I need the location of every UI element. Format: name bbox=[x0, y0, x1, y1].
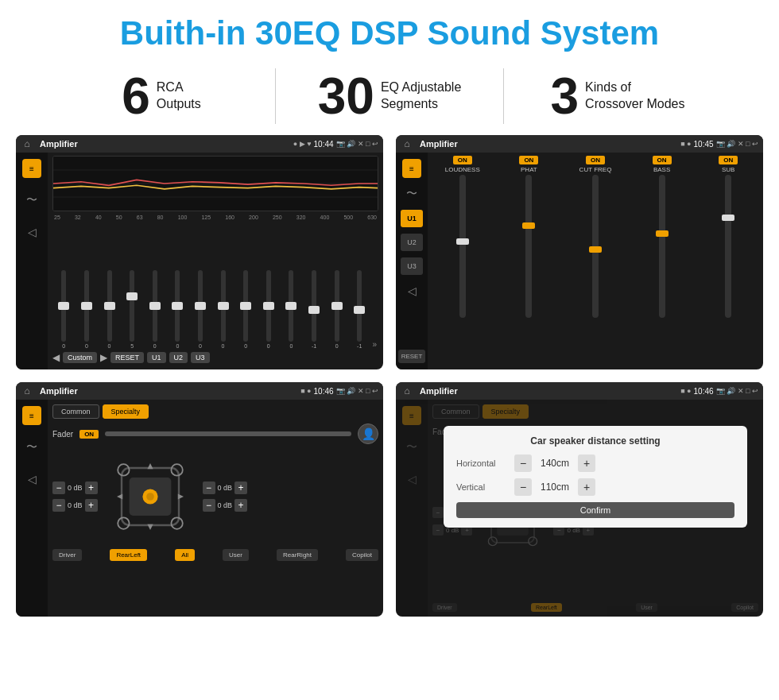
eq-active-icon[interactable]: ≡ bbox=[22, 159, 41, 178]
stat-eq-number: 30 bbox=[318, 71, 374, 122]
dsp-wave-icon[interactable]: 〜 bbox=[402, 184, 421, 203]
fader-speaker-icon[interactable]: ◁ bbox=[22, 470, 41, 489]
fader-rearright-btn[interactable]: RearRight bbox=[277, 549, 318, 561]
fader-time: 10:46 bbox=[314, 387, 334, 396]
fader-driver-btn[interactable]: Driver bbox=[52, 549, 82, 561]
fader-vol-right: − 0 dB + − 0 dB + bbox=[203, 481, 248, 512]
dsp-status-bar: ⌂ Amplifier ■ ● 10:45 📷 🔊 ✕ □ ↩ bbox=[396, 135, 763, 153]
dist-confirm-btn[interactable]: Confirm bbox=[456, 502, 734, 518]
dsp-reset-btn[interactable]: RESET bbox=[398, 350, 426, 363]
stat-rca-number: 6 bbox=[122, 71, 150, 122]
dist-horizontal-plus[interactable]: + bbox=[578, 454, 595, 472]
fader-bl-minus[interactable]: − bbox=[52, 499, 65, 512]
fader-tl-minus[interactable]: − bbox=[52, 481, 65, 494]
fader-rearleft-btn[interactable]: RearLeft bbox=[110, 549, 147, 561]
dist-home-icon[interactable]: ⌂ bbox=[401, 385, 413, 397]
dist-horizontal-label: Horizontal bbox=[456, 458, 508, 468]
dist-horizontal-stepper[interactable]: − 140cm + bbox=[514, 454, 595, 472]
dsp-loudness-on[interactable]: ON bbox=[453, 156, 472, 164]
dsp-loudness-label: LOUDNESS bbox=[445, 166, 480, 173]
dsp-channel-bass: ON BASS bbox=[630, 156, 694, 366]
stat-rca: 6 RCA Outputs bbox=[48, 71, 275, 122]
dsp-cutfreq-slider[interactable] bbox=[592, 175, 599, 366]
eq-speaker-icon[interactable]: ◁ bbox=[22, 222, 41, 242]
dsp-bass-slider[interactable] bbox=[659, 175, 665, 366]
fader-eq-icon[interactable]: ≡ bbox=[22, 406, 41, 425]
dsp-preset-u1[interactable]: U1 bbox=[401, 210, 423, 227]
fader-bl-value: 0 dB bbox=[68, 501, 83, 509]
dsp-home-icon[interactable]: ⌂ bbox=[401, 137, 413, 150]
eq-u2-btn[interactable]: U2 bbox=[169, 352, 188, 363]
eq-reset-btn[interactable]: RESET bbox=[110, 352, 144, 363]
dist-app-name: Amplifier bbox=[417, 386, 677, 396]
eq-status-bar: ⌂ Amplifier ● ▶ ♥ 10:44 📷 🔊 ✕ □ ↩ bbox=[16, 135, 383, 153]
fader-controls: Fader ON 👤 bbox=[52, 423, 378, 444]
fader-wave-icon[interactable]: 〜 bbox=[22, 438, 41, 457]
dist-horizontal-minus[interactable]: − bbox=[514, 454, 532, 472]
dsp-sub-label: SUB bbox=[722, 166, 734, 173]
dsp-sub-on[interactable]: ON bbox=[719, 156, 738, 164]
dsp-phat-on[interactable]: ON bbox=[519, 156, 538, 164]
fader-on-btn[interactable]: ON bbox=[79, 430, 99, 439]
eq-u1-btn[interactable]: U1 bbox=[147, 352, 166, 363]
dsp-loudness-slider[interactable] bbox=[459, 175, 466, 366]
fader-home-icon[interactable]: ⌂ bbox=[21, 385, 33, 397]
fader-status-bar: ⌂ Amplifier ■ ● 10:46 📷 🔊 ✕ □ ↩ bbox=[16, 382, 383, 400]
eq-preset-label: Custom bbox=[63, 352, 97, 363]
dsp-phat-slider[interactable] bbox=[525, 175, 532, 366]
fader-tab-common[interactable]: Common bbox=[52, 404, 99, 419]
eq-prev-btn[interactable]: ◀ bbox=[52, 352, 60, 363]
svg-point-12 bbox=[146, 493, 154, 501]
dsp-preset-u3[interactable]: U3 bbox=[401, 257, 423, 275]
dsp-eq-icon[interactable]: ≡ bbox=[402, 159, 421, 178]
fader-vol-left: − 0 dB + − 0 dB + bbox=[52, 481, 98, 512]
fader-tr-minus[interactable]: − bbox=[203, 481, 215, 494]
stat-crossover: 3 Kinds of Crossover Modes bbox=[504, 71, 731, 122]
dsp-channel-loudness: ON LOUDNESS bbox=[431, 156, 494, 366]
eq-app-name: Amplifier bbox=[37, 139, 290, 149]
stat-crossover-number: 3 bbox=[551, 71, 579, 122]
stat-crossover-label: Kinds of Crossover Modes bbox=[585, 79, 684, 113]
eq-u3-btn[interactable]: U3 bbox=[191, 352, 210, 363]
dsp-screen: ⌂ Amplifier ■ ● 10:45 📷 🔊 ✕ □ ↩ ≡ 〜 U1 U… bbox=[396, 135, 763, 369]
dsp-bass-label: BASS bbox=[653, 166, 670, 173]
eq-wave-icon[interactable]: 〜 bbox=[22, 191, 41, 210]
fader-bar[interactable] bbox=[105, 431, 351, 436]
dsp-channel-phat: ON PHAT bbox=[498, 156, 561, 366]
eq-more-icon[interactable]: » bbox=[373, 340, 378, 349]
dsp-sub-slider[interactable] bbox=[725, 175, 731, 366]
dsp-channel-cutfreq: ON CUT FREQ bbox=[564, 156, 627, 366]
fader-tl-value: 0 dB bbox=[68, 484, 83, 492]
fader-label: Fader bbox=[52, 430, 73, 439]
dist-vertical-row: Vertical − 110cm + bbox=[456, 478, 734, 496]
fader-tr-plus[interactable]: + bbox=[234, 481, 247, 494]
dsp-cutfreq-on[interactable]: ON bbox=[586, 156, 605, 164]
eq-next-btn[interactable]: ▶ bbox=[100, 352, 107, 363]
home-icon[interactable]: ⌂ bbox=[21, 137, 33, 150]
screens-grid: ⌂ Amplifier ● ▶ ♥ 10:44 📷 🔊 ✕ □ ↩ ≡ 〜 ◁ bbox=[0, 135, 779, 617]
fader-tr-value: 0 dB bbox=[218, 484, 233, 492]
dsp-main: ON LOUDNESS ON PHAT bbox=[428, 153, 763, 369]
fader-copilot-btn[interactable]: Copilot bbox=[346, 549, 378, 561]
eq-main: 253240506380 100125160200250320 40050063… bbox=[48, 153, 383, 369]
fader-bl-plus[interactable]: + bbox=[85, 499, 98, 512]
eq-screen: ⌂ Amplifier ● ▶ ♥ 10:44 📷 🔊 ✕ □ ↩ ≡ 〜 ◁ bbox=[16, 135, 383, 369]
fader-user-btn[interactable]: User bbox=[223, 549, 249, 561]
stat-eq: 30 EQ Adjustable Segments bbox=[276, 71, 503, 122]
dist-vertical-minus[interactable]: − bbox=[514, 478, 532, 496]
dsp-speaker-icon[interactable]: ◁ bbox=[402, 281, 421, 300]
dsp-cutfreq-label: CUT FREQ bbox=[579, 166, 612, 173]
fader-tl-plus[interactable]: + bbox=[85, 481, 98, 494]
fader-br-plus[interactable]: + bbox=[234, 499, 247, 512]
fader-car-area: − 0 dB + − 0 dB + bbox=[52, 449, 378, 544]
fader-tabs: Common Specialty bbox=[52, 404, 378, 419]
dsp-bass-on[interactable]: ON bbox=[653, 156, 672, 164]
dist-vertical-plus[interactable]: + bbox=[578, 478, 595, 496]
fader-all-btn[interactable]: All bbox=[175, 549, 195, 561]
dist-dialog: Car speaker distance setting Horizontal … bbox=[444, 426, 747, 528]
dsp-preset-u2[interactable]: U2 bbox=[401, 234, 423, 251]
fader-br-minus[interactable]: − bbox=[203, 499, 215, 512]
dist-vertical-stepper[interactable]: − 110cm + bbox=[514, 478, 595, 496]
eq-bottom-bar: ◀ Custom ▶ RESET U1 U2 U3 bbox=[52, 349, 378, 366]
fader-tab-specialty[interactable]: Specialty bbox=[103, 404, 149, 419]
